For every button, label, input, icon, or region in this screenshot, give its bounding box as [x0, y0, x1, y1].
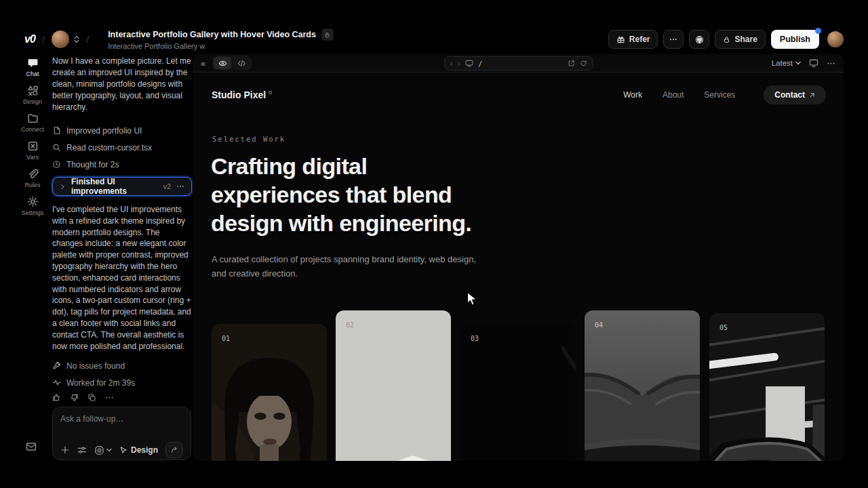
design-mode-button[interactable]: Design — [119, 445, 158, 455]
code-toggle[interactable] — [233, 57, 250, 69]
site-nav: Work About Services Contact — [623, 85, 826, 104]
publish-label: Publish — [780, 35, 810, 44]
plus-icon[interactable] — [60, 445, 70, 455]
version-dropdown[interactable]: Latest — [772, 59, 801, 67]
project-switcher-icon[interactable] — [74, 35, 79, 43]
rail-item-connect[interactable]: Connect — [16, 113, 49, 133]
left-rail: Chat Design Connect Vars Rules Settings — [16, 57, 49, 216]
gift-icon — [616, 35, 625, 44]
refer-button[interactable]: Refer — [608, 30, 658, 49]
task-thought[interactable]: Thought for 2s — [52, 156, 192, 173]
v0-logo[interactable]: v0 — [24, 33, 35, 45]
brand-mark-icon — [269, 91, 272, 94]
follow-up-input[interactable] — [60, 414, 183, 434]
card-number: 04 — [595, 321, 603, 329]
sliders-icon[interactable] — [77, 445, 87, 455]
inbox-icon[interactable] — [26, 442, 37, 451]
rail-item-settings[interactable]: Settings — [16, 196, 49, 216]
design-label: Design — [131, 445, 158, 455]
card-number: 03 — [471, 335, 479, 342]
team-avatar[interactable] — [52, 30, 69, 48]
task-list: Improved portfolio UI Read custom-cursor… — [52, 122, 192, 173]
design-icon — [27, 85, 39, 96]
rail-label: Vars — [26, 154, 39, 161]
eyebrow-label: Selected Work — [212, 135, 285, 143]
project-subtitle: Interactive Portfolio Gallery w — [108, 42, 334, 50]
nav-link-work[interactable]: Work — [623, 90, 642, 100]
site-canvas: Studio Pixel Work About Services Contact… — [193, 73, 844, 461]
rail-item-design[interactable]: Design — [16, 85, 49, 105]
project-title[interactable]: Interactive Portfolio Gallery with Hover… — [108, 30, 316, 39]
status-label: Worked for 2m 39s — [66, 378, 135, 388]
card-number: 05 — [719, 324, 728, 331]
nav-link-about[interactable]: About — [663, 90, 684, 100]
portfolio-card-4[interactable]: 04 — [585, 310, 700, 461]
thumbs-down-icon[interactable] — [70, 393, 79, 402]
url-bar[interactable]: ‹ › / — [444, 56, 593, 70]
refer-label: Refer — [629, 35, 650, 44]
site-brand[interactable]: Studio Pixel — [212, 89, 272, 100]
rail-label: Connect — [21, 126, 44, 133]
preview-eye-toggle[interactable] — [214, 57, 231, 69]
hero-heading: Crafting digital experiences that blend … — [211, 152, 472, 237]
rail-label: Settings — [22, 209, 44, 216]
back-icon[interactable]: ‹ — [450, 59, 453, 68]
task-improved-portfolio[interactable]: Improved portfolio UI — [52, 122, 192, 139]
open-external-icon[interactable] — [568, 60, 575, 67]
preview-panel: « ‹ › / — [193, 54, 844, 461]
paperclip-icon — [27, 168, 39, 180]
publish-button[interactable]: Publish — [771, 30, 819, 49]
collapse-panel-icon[interactable]: « — [201, 58, 205, 68]
car-image — [709, 313, 825, 461]
task-read-file[interactable]: Read custom-cursor.tsx — [52, 139, 192, 156]
copy-icon[interactable] — [87, 393, 96, 402]
model-icon — [94, 445, 104, 455]
hero-description: A curated collection of projects spannin… — [212, 252, 483, 281]
ellipsis-icon[interactable] — [176, 182, 184, 190]
lock-icon — [723, 36, 730, 43]
eye-icon — [218, 59, 227, 68]
nav-link-services[interactable]: Services — [704, 90, 735, 100]
portrait-image — [212, 324, 327, 461]
activity-icon — [52, 378, 61, 387]
file-text-icon — [52, 126, 61, 135]
thumbs-up-icon[interactable] — [52, 393, 61, 402]
assistant-summary: I've completed the UI improvements with … — [52, 204, 192, 352]
share-button[interactable]: Share — [715, 30, 765, 49]
status-worked: Worked for 2m 39s — [52, 375, 192, 390]
arrow-up-right-icon — [809, 92, 815, 98]
rail-item-vars[interactable]: Vars — [16, 140, 49, 161]
device-monitor-icon[interactable] — [809, 59, 818, 67]
breadcrumb-separator: / — [86, 34, 89, 45]
github-button[interactable] — [689, 30, 709, 49]
ellipsis-icon[interactable] — [105, 393, 114, 402]
refresh-icon[interactable] — [580, 60, 587, 67]
portfolio-card-1[interactable]: 01 — [212, 324, 327, 461]
rail-item-chat[interactable]: Chat — [16, 57, 49, 77]
send-button[interactable] — [165, 442, 183, 458]
chat-sidebar: Now I have a complete picture. Let me cr… — [52, 56, 192, 462]
view-toggle — [212, 56, 252, 70]
forward-icon[interactable]: › — [458, 59, 460, 68]
user-avatar[interactable] — [827, 31, 844, 47]
task-label: Read custom-cursor.tsx — [66, 143, 152, 152]
wrench-icon — [52, 361, 61, 370]
message-actions — [52, 393, 192, 402]
portfolio-card-5[interactable]: 05 — [709, 313, 825, 461]
app-header: v0 / / Interactive Portfolio Gallery wit… — [24, 24, 844, 54]
rail-label: Chat — [26, 70, 39, 77]
version-dropdown-label: Latest — [772, 59, 793, 67]
status-no-issues: No issues found — [52, 358, 192, 373]
contact-button[interactable]: Contact — [764, 85, 826, 104]
version-card[interactable]: Finished UI improvements v2 — [52, 177, 192, 196]
vars-icon — [27, 140, 39, 152]
chevron-right-icon — [60, 184, 66, 190]
model-selector[interactable] — [94, 445, 112, 455]
portfolio-card-3[interactable]: 03 — [460, 324, 576, 461]
rail-label: Design — [23, 98, 42, 105]
closeup-image — [585, 310, 700, 461]
portfolio-card-2[interactable]: 02 — [336, 310, 451, 461]
ellipsis-icon[interactable] — [827, 59, 835, 68]
header-more-button[interactable] — [663, 30, 684, 49]
rail-item-rules[interactable]: Rules — [16, 168, 49, 188]
